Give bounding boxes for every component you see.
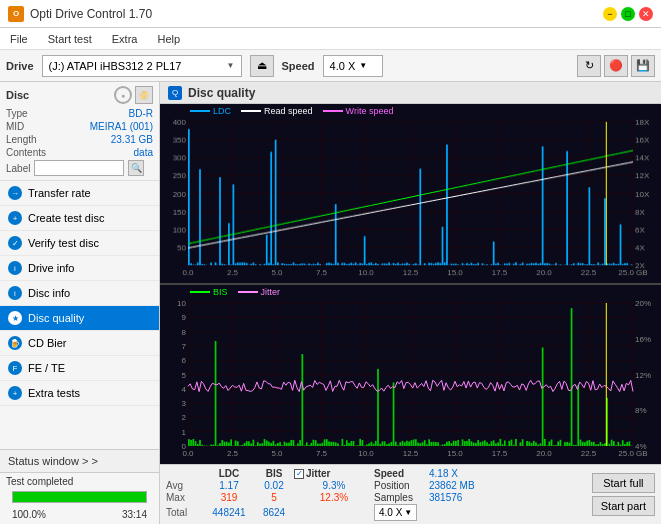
legend-write-speed: Write speed (346, 106, 394, 116)
disc-panel-label: Disc (6, 89, 29, 101)
sidebar-icon-disc-info: i (8, 286, 22, 300)
sidebar-icon-create-test-disc: + (8, 211, 22, 225)
sidebar-icon-transfer-rate: → (8, 186, 22, 200)
status-area: Status window > > Test completed 100.0% … (0, 449, 159, 524)
speed-select[interactable]: 4.0 X ▼ (323, 55, 383, 77)
drive-label: Drive (6, 60, 34, 72)
start-buttons: Start full Start part (592, 473, 655, 516)
stats-samples-val: 381576 (429, 492, 462, 503)
sidebar-item-label: Verify test disc (28, 237, 99, 249)
chart-header-icon: Q (168, 86, 182, 100)
eject-button[interactable]: ⏏ (250, 55, 274, 77)
disc-contents-key: Contents (6, 147, 46, 158)
stats-header-jitter: Jitter (306, 468, 330, 479)
stats-max-ldc: 319 (204, 492, 254, 503)
status-window-btn[interactable]: Status window > > (0, 450, 159, 473)
stats-avg-label: Avg (166, 480, 204, 491)
sidebar-item-label: Extra tests (28, 387, 80, 399)
stats-total-label: Total (166, 507, 204, 518)
start-part-button[interactable]: Start part (592, 496, 655, 516)
sidebar-item-create-test-disc[interactable]: + Create test disc (0, 206, 159, 231)
sidebar-icon-extra-tests: + (8, 386, 22, 400)
minimize-button[interactable]: − (603, 7, 617, 21)
toolbar-btn-1[interactable]: ↻ (577, 55, 601, 77)
disc-panel: Disc ● 📀 Type BD-R MID MEIRA1 (001) Leng… (0, 82, 159, 181)
sidebar-icon-disc-quality: ★ (8, 311, 22, 325)
chart-header: Q Disc quality (160, 82, 661, 104)
elapsed-time: 33:14 (122, 509, 147, 520)
stats-avg-bis: 0.02 (254, 480, 294, 491)
disc-icon: ● 📀 (114, 86, 153, 104)
bottom-chart-canvas (160, 285, 661, 464)
sidebar-item-label: Disc info (28, 287, 70, 299)
sidebar-item-label: Transfer rate (28, 187, 91, 199)
chart-title: Disc quality (188, 86, 255, 100)
sidebar-icon-verify-test-disc: ✓ (8, 236, 22, 250)
stats-total-bis: 8624 (254, 507, 294, 518)
speed-value: 4.0 X (330, 60, 356, 72)
sidebar-item-extra-tests[interactable]: + Extra tests (0, 381, 159, 406)
stats-position-label: Position (374, 480, 429, 491)
legend-read-speed: Read speed (264, 106, 313, 116)
disc-label-btn[interactable]: 🔍 (128, 160, 144, 176)
disc-mid-val: MEIRA1 (001) (90, 121, 153, 132)
sidebar: Disc ● 📀 Type BD-R MID MEIRA1 (001) Leng… (0, 82, 160, 524)
top-chart-canvas (160, 104, 661, 283)
app-icon: O (8, 6, 24, 22)
speed-chevron-icon: ▼ (359, 61, 367, 70)
content-area: Q Disc quality LDC Read speed (160, 82, 661, 524)
charts-area: LDC Read speed Write speed (160, 104, 661, 464)
drive-select[interactable]: (J:) ATAPI iHBS312 2 PL17 ▼ (42, 55, 242, 77)
progress-percent: 100.0% (12, 509, 46, 520)
disc-label-input[interactable] (34, 160, 124, 176)
maximize-button[interactable]: □ (621, 7, 635, 21)
stats-total-ldc: 448241 (204, 507, 254, 518)
legend-ldc: LDC (213, 106, 231, 116)
stats-header-bis: BIS (254, 468, 294, 479)
progress-bar-container (12, 491, 147, 503)
menu-help[interactable]: Help (153, 31, 184, 47)
bottom-chart: BIS Jitter (160, 285, 661, 464)
toolbar-btn-3[interactable]: 💾 (631, 55, 655, 77)
sidebar-item-cd-bier[interactable]: 🍺 CD Bier (0, 331, 159, 356)
stats-samples-label: Samples (374, 492, 429, 503)
disc-label-key: Label (6, 163, 30, 174)
app-title: Opti Drive Control 1.70 (30, 7, 152, 21)
stats-max-label: Max (166, 492, 204, 503)
start-full-button[interactable]: Start full (592, 473, 655, 493)
disc-length-val: 23.31 GB (111, 134, 153, 145)
menu-start-test[interactable]: Start test (44, 31, 96, 47)
stats-max-jitter: 12.3% (294, 492, 374, 503)
status-text: Test completed (6, 476, 153, 487)
sidebar-item-label: CD Bier (28, 337, 67, 349)
legend-bis: BIS (213, 287, 228, 297)
stats-avg-ldc: 1.17 (204, 480, 254, 491)
stats-header-ldc: LDC (204, 468, 254, 479)
speed-dropdown[interactable]: 4.0 X ▼ (374, 504, 417, 521)
speed-dropdown-val: 4.0 X (379, 507, 402, 518)
stats-max-bis: 5 (254, 492, 294, 503)
menu-file[interactable]: File (6, 31, 32, 47)
titlebar: O Opti Drive Control 1.70 − □ ✕ (0, 0, 661, 28)
drivebar: Drive (J:) ATAPI iHBS312 2 PL17 ▼ ⏏ Spee… (0, 50, 661, 82)
top-chart: LDC Read speed Write speed (160, 104, 661, 285)
drive-select-text: (J:) ATAPI iHBS312 2 PL17 (49, 60, 227, 72)
sidebar-item-drive-info[interactable]: i Drive info (0, 256, 159, 281)
sidebar-item-disc-info[interactable]: i Disc info (0, 281, 159, 306)
speed-label: Speed (282, 60, 315, 72)
toolbar-btn-2[interactable]: 🔴 (604, 55, 628, 77)
sidebar-item-verify-test-disc[interactable]: ✓ Verify test disc (0, 231, 159, 256)
disc-mid-key: MID (6, 121, 24, 132)
close-button[interactable]: ✕ (639, 7, 653, 21)
sidebar-item-label: FE / TE (28, 362, 65, 374)
chevron-down-icon: ▼ (404, 508, 412, 517)
stats-speed-val: 4.18 X (429, 468, 458, 479)
sidebar-icon-cd-bier: 🍺 (8, 336, 22, 350)
sidebar-item-fe-te[interactable]: F FE / TE (0, 356, 159, 381)
sidebar-item-transfer-rate[interactable]: → Transfer rate (0, 181, 159, 206)
legend-jitter: Jitter (261, 287, 281, 297)
jitter-checkbox[interactable]: ✓ (294, 469, 304, 479)
status-window-label: Status window > > (8, 455, 98, 467)
sidebar-item-disc-quality[interactable]: ★ Disc quality (0, 306, 159, 331)
menu-extra[interactable]: Extra (108, 31, 142, 47)
